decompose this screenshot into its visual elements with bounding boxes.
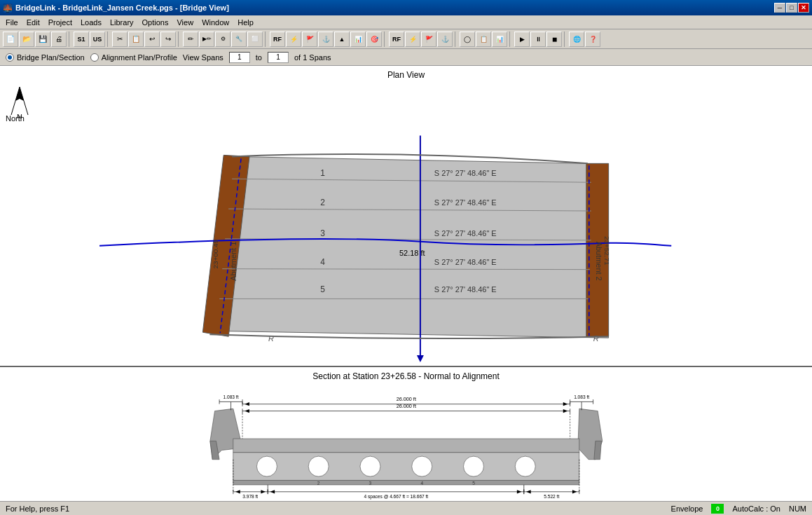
anchor-button-1[interactable]: ⚓ bbox=[318, 32, 333, 47]
menu-edit[interactable]: Edit bbox=[22, 17, 44, 28]
svg-rect-37 bbox=[233, 439, 579, 453]
restore-button[interactable]: □ bbox=[786, 3, 797, 13]
to-label: to bbox=[256, 53, 262, 62]
play-button[interactable]: ▶ bbox=[514, 32, 530, 47]
rf2-button[interactable]: RF bbox=[389, 32, 404, 47]
pause-button[interactable]: ⏸ bbox=[530, 32, 546, 47]
svg-text:3.978 ft: 3.978 ft bbox=[242, 494, 258, 499]
flag-button-1[interactable]: 🚩 bbox=[302, 32, 317, 47]
plan-view-panel: Plan View N North bbox=[0, 66, 812, 367]
north-arrow: N North bbox=[6, 83, 34, 123]
toolbar-separator-7 bbox=[509, 32, 512, 47]
redo-button[interactable]: ↪ bbox=[160, 32, 176, 47]
menu-window[interactable]: Window bbox=[198, 17, 233, 28]
span-to-input[interactable] bbox=[268, 52, 289, 63]
envelope-label: Envelope bbox=[671, 504, 703, 513]
svg-marker-89 bbox=[526, 490, 531, 493]
svg-text:26.000 ft: 26.000 ft bbox=[397, 396, 416, 402]
chart-button[interactable]: 📊 bbox=[350, 32, 366, 47]
menu-help[interactable]: Help bbox=[233, 17, 258, 28]
svg-text:4 spaces @ 4.667 ft = 18.667 f: 4 spaces @ 4.667 ft = 18.667 ft bbox=[364, 494, 428, 500]
menu-loads[interactable]: Loads bbox=[76, 17, 106, 28]
help-text: For Help, press F1 bbox=[6, 504, 69, 513]
bar-chart-button[interactable]: 📊 bbox=[492, 32, 507, 47]
new-button[interactable]: 📄 bbox=[3, 32, 18, 47]
span-from-input[interactable] bbox=[229, 52, 250, 63]
svg-text:Abutment 2: Abutment 2 bbox=[595, 242, 603, 281]
close-button[interactable]: ✕ bbox=[798, 3, 809, 13]
svg-marker-69 bbox=[245, 409, 249, 413]
window-controls[interactable]: ─ □ ✕ bbox=[774, 3, 809, 13]
minimize-button[interactable]: ─ bbox=[774, 3, 785, 13]
bridge-plan-radio-group[interactable]: Bridge Plan/Section bbox=[6, 53, 85, 62]
toolbar-separator-5 bbox=[384, 32, 387, 47]
span-total-label: of 1 Spans bbox=[294, 53, 331, 62]
svg-text:52.18 ft: 52.18 ft bbox=[399, 249, 425, 257]
svg-text:4: 4 bbox=[320, 257, 325, 267]
section-view-svg: 2 3 4 5 1.083 ft 1.083 ft bbox=[0, 367, 812, 501]
toolbar-separator-3 bbox=[178, 32, 181, 47]
save-button[interactable]: 💾 bbox=[35, 32, 50, 47]
svg-point-41 bbox=[360, 456, 380, 476]
edit-tool[interactable]: ✏ bbox=[183, 32, 198, 47]
copy-button[interactable]: 📋 bbox=[128, 32, 144, 47]
section-view-panel: Section at Station 23+26.58 - Normal to … bbox=[0, 367, 812, 501]
tools-3[interactable]: ⬜ bbox=[247, 32, 263, 47]
svg-text:Abutment 1: Abutment 1 bbox=[229, 242, 238, 281]
alignment-plan-label: Alignment Plan/Profile bbox=[102, 53, 177, 62]
svg-marker-64 bbox=[563, 402, 568, 406]
open-button[interactable]: 📂 bbox=[19, 32, 34, 47]
tools-1[interactable]: ⚙ bbox=[215, 32, 230, 47]
menu-file[interactable]: File bbox=[1, 17, 22, 28]
toolbar-separator-4 bbox=[265, 32, 268, 47]
toolbar-separator-1 bbox=[69, 32, 71, 47]
svg-point-39 bbox=[256, 456, 277, 476]
toolbar: 📄 📂 💾 🖨 S1 US ✂ 📋 ↩ ↪ ✏ ▶✏ ⚙ 🔧 ⬜ RF ⚡ 🚩 … bbox=[0, 29, 812, 49]
us-button[interactable]: US bbox=[90, 32, 105, 47]
svg-marker-63 bbox=[245, 402, 249, 406]
svg-text:4: 4 bbox=[420, 481, 423, 486]
app-icon: 🌉 bbox=[3, 4, 13, 13]
svg-text:23+00.49: 23+00.49 bbox=[212, 239, 219, 268]
flag2-button[interactable]: 🚩 bbox=[421, 32, 436, 47]
svg-text:1.083 ft: 1.083 ft bbox=[223, 394, 239, 399]
anchor2-button[interactable]: ⚓ bbox=[437, 32, 453, 47]
svg-text:1.083 ft: 1.083 ft bbox=[574, 394, 589, 399]
plan-view-title: Plan View bbox=[387, 70, 425, 80]
title-bar: 🌉 BridgeLink - BridgeLink_Jansen Creek.p… bbox=[0, 0, 812, 15]
svg-point-40 bbox=[308, 456, 329, 476]
svg-marker-70 bbox=[563, 409, 568, 413]
undo-button[interactable]: ↩ bbox=[144, 32, 160, 47]
help-button[interactable]: ❓ bbox=[585, 32, 600, 47]
menu-project[interactable]: Project bbox=[44, 17, 76, 28]
svg-marker-23 bbox=[417, 355, 424, 362]
menu-options[interactable]: Options bbox=[138, 17, 173, 28]
alignment-plan-radio-group[interactable]: Alignment Plan/Profile bbox=[90, 53, 177, 62]
globe-button[interactable]: 🌐 bbox=[569, 32, 584, 47]
toolbar-separator-6 bbox=[455, 32, 457, 47]
svg-text:1: 1 bbox=[320, 168, 325, 178]
svg-text:2: 2 bbox=[320, 198, 325, 207]
print-button[interactable]: 🖨 bbox=[51, 32, 67, 47]
svg-marker-4 bbox=[211, 156, 608, 338]
stop-button[interactable]: ◼ bbox=[546, 32, 562, 47]
plugin-button[interactable]: ⚡ bbox=[286, 32, 301, 47]
tools-2[interactable]: 🔧 bbox=[231, 32, 247, 47]
target-button[interactable]: 🎯 bbox=[366, 32, 382, 47]
main-content: Plan View N North bbox=[0, 66, 812, 501]
s1-button[interactable]: S1 bbox=[74, 32, 89, 47]
cut-button[interactable]: ✂ bbox=[112, 32, 128, 47]
toolbar-separator-2 bbox=[107, 32, 110, 47]
menu-view[interactable]: View bbox=[172, 17, 198, 28]
plugin2-button[interactable]: ⚡ bbox=[405, 32, 420, 47]
circle-button[interactable]: ◯ bbox=[460, 32, 475, 47]
alignment-plan-radio[interactable] bbox=[90, 53, 99, 62]
triangle-button[interactable]: ▲ bbox=[334, 32, 350, 47]
bridge-plan-radio[interactable] bbox=[6, 53, 14, 62]
rf-button[interactable]: RF bbox=[270, 32, 285, 47]
list-button[interactable]: 📋 bbox=[476, 32, 491, 47]
svg-marker-90 bbox=[572, 490, 577, 493]
view-options-bar: Bridge Plan/Section Alignment Plan/Profi… bbox=[0, 49, 812, 66]
menu-library[interactable]: Library bbox=[106, 17, 138, 28]
select-tool[interactable]: ▶✏ bbox=[199, 32, 214, 47]
